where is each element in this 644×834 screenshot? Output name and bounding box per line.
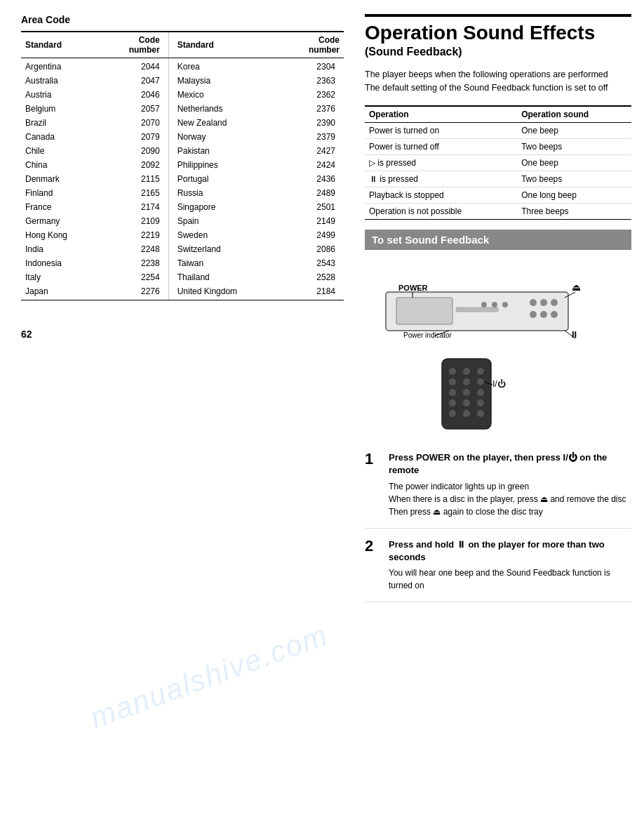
area-code-table: Standard Codenumber Standard Codenumber … <box>21 31 344 300</box>
country-right: Taiwan <box>168 256 282 270</box>
code-left: 2276 <box>100 284 169 300</box>
code-left: 2070 <box>100 116 169 130</box>
table-row: India 2248 Switzerland 2086 <box>21 242 344 256</box>
country-left: Indonesia <box>21 256 100 270</box>
device-svg: POWER ⏏ Power indicator II <box>365 257 631 439</box>
steps-section: 1 Press POWER on the player, then press … <box>365 451 631 602</box>
op-name: Operation is not possible <box>365 204 517 220</box>
country-right: Singapore <box>168 200 282 214</box>
step-1-num: 1 <box>365 451 382 517</box>
code-left: 2109 <box>100 214 169 228</box>
op-name: Playback is stopped <box>365 187 517 204</box>
svg-point-30 <box>449 399 456 406</box>
code-left: 2115 <box>100 172 169 186</box>
svg-point-2 <box>481 302 487 307</box>
code-right: 2362 <box>282 88 344 102</box>
step-2-body: You will hear one beep and the Sound Fee… <box>389 567 631 592</box>
country-left: France <box>21 200 100 214</box>
step-2: 2 Press and hold ⏸ on the player for mor… <box>365 538 631 602</box>
country-right: New Zealand <box>168 116 282 130</box>
step-2-content: Press and hold ⏸ on the player for more … <box>389 538 631 592</box>
svg-point-11 <box>551 311 558 318</box>
op-sound: One beep <box>517 123 631 139</box>
country-left: Argentina <box>21 58 100 74</box>
code-left: 2046 <box>100 88 169 102</box>
code-right: 2379 <box>282 130 344 144</box>
svg-point-35 <box>477 410 484 417</box>
country-right: Pakistan <box>168 144 282 158</box>
svg-rect-1 <box>396 298 452 324</box>
main-title: Operation Sound Effects <box>365 14 631 44</box>
code-right: 2501 <box>282 200 344 214</box>
country-right: Korea <box>168 58 282 74</box>
device-diagram: POWER ⏏ Power indicator II <box>365 257 631 442</box>
svg-point-29 <box>477 389 484 396</box>
svg-point-10 <box>540 311 547 318</box>
table-row: Indonesia 2238 Taiwan 2543 <box>21 256 344 270</box>
code-right: 2528 <box>282 270 344 284</box>
table-row: Italy 2254 Thailand 2528 <box>21 270 344 284</box>
watermark: manualshive.com <box>86 618 333 735</box>
code-right: 2149 <box>282 214 344 228</box>
table-row: Chile 2090 Pakistan 2427 <box>21 144 344 158</box>
svg-point-22 <box>463 368 470 375</box>
table-row: Brazil 2070 New Zealand 2390 <box>21 116 344 130</box>
table-row: Japan 2276 United Kingdom 2184 <box>21 284 344 300</box>
code-right: 2376 <box>282 102 344 116</box>
step-1-body: The power indicator lights up in greenWh… <box>389 480 631 518</box>
country-left: Denmark <box>21 172 100 186</box>
table-row: Finland 2165 Russia 2489 <box>21 186 344 200</box>
code-right: 2499 <box>282 228 344 242</box>
country-right: United Kingdom <box>168 284 282 300</box>
op-col-header-operation: Operation <box>365 106 517 123</box>
country-left: China <box>21 158 100 172</box>
op-col-header-sound: Operation sound <box>517 106 631 123</box>
page-number: 62 <box>21 329 344 340</box>
table-row: Argentina 2044 Korea 2304 <box>21 58 344 74</box>
code-left: 2165 <box>100 186 169 200</box>
country-left: Japan <box>21 284 100 300</box>
step-2-heading: Press and hold ⏸ on the player for more … <box>389 538 631 564</box>
table-row: Germany 2109 Spain 2149 <box>21 214 344 228</box>
table-row: Australia 2047 Malaysia 2363 <box>21 74 344 88</box>
code-right: 2363 <box>282 74 344 88</box>
country-right: Switzerland <box>168 242 282 256</box>
code-left: 2047 <box>100 74 169 88</box>
op-sound: Two beeps <box>517 171 631 187</box>
col-header-standard1: Standard <box>21 32 100 58</box>
table-row: Canada 2079 Norway 2379 <box>21 130 344 144</box>
svg-point-28 <box>463 389 470 396</box>
op-table-row: ▷ is pressed One beep <box>365 155 631 171</box>
code-right: 2086 <box>282 242 344 256</box>
op-table-row: Power is turned off Two beeps <box>365 139 631 155</box>
op-sound: Three beeps <box>517 204 631 220</box>
table-row: Belgium 2057 Netherlands 2376 <box>21 102 344 116</box>
country-left: Canada <box>21 130 100 144</box>
sub-title: (Sound Feedback) <box>365 46 631 58</box>
svg-point-21 <box>449 368 456 375</box>
op-name: Power is turned on <box>365 123 517 139</box>
svg-point-32 <box>477 399 484 406</box>
op-name: ▷ is pressed <box>365 155 517 171</box>
code-left: 2174 <box>100 200 169 214</box>
code-right: 2390 <box>282 116 344 130</box>
svg-point-24 <box>449 378 456 385</box>
svg-text:Power indicator: Power indicator <box>403 331 452 339</box>
svg-point-4 <box>502 302 508 307</box>
svg-point-8 <box>551 299 558 306</box>
svg-point-6 <box>530 299 537 306</box>
country-left: Australia <box>21 74 100 88</box>
op-name: ⏸ is pressed <box>365 171 517 187</box>
country-right: Philippines <box>168 158 282 172</box>
code-left: 2044 <box>100 58 169 74</box>
op-sound: One long beep <box>517 187 631 204</box>
table-row: Austria 2046 Mexico 2362 <box>21 88 344 102</box>
code-left: 2254 <box>100 270 169 284</box>
svg-point-31 <box>463 399 470 406</box>
svg-point-25 <box>463 378 470 385</box>
svg-point-23 <box>477 368 484 375</box>
table-row: Hong Kong 2219 Sweden 2499 <box>21 228 344 242</box>
country-right: Russia <box>168 186 282 200</box>
step-1-heading: Press POWER on the player, then press I/… <box>389 451 631 477</box>
op-sound: One beep <box>517 155 631 171</box>
